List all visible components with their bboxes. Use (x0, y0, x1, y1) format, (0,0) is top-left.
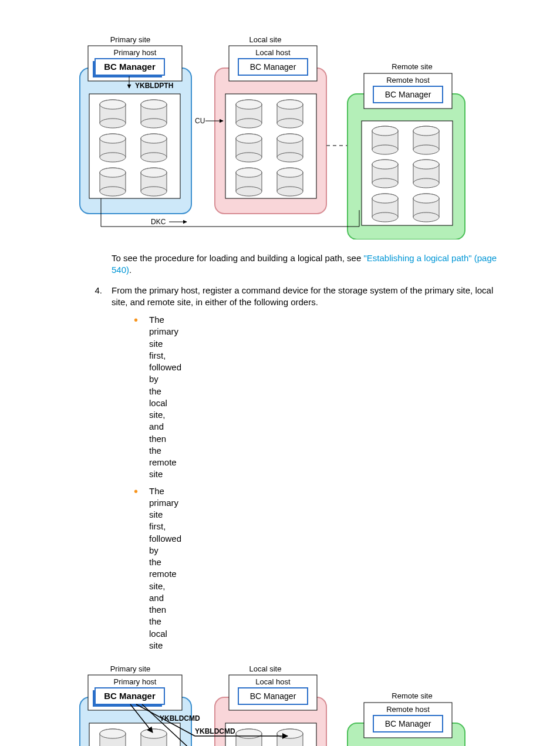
step-4-bullets: The primary site first, followed by the … (134, 314, 507, 652)
step-4: 4. From the primary host, register a com… (88, 285, 507, 658)
step-4-text: From the primary host, register a comman… (112, 285, 493, 307)
ykbldpth-label: YKBLDPTH (135, 82, 173, 90)
cu-label: CU (195, 117, 205, 125)
step-list: 4. From the primary host, register a com… (88, 285, 507, 658)
local-site-label: Local site (249, 35, 282, 44)
svg-text:BC Manager: BC Manager (385, 719, 431, 728)
diagram-1-svg: Primary site Primary host BC Manager YKB… (77, 34, 483, 239)
primary-host-label: Primary host (114, 48, 157, 57)
remote-site-label: Remote site (392, 62, 432, 71)
dkc-label: DKC (151, 218, 166, 226)
para1-prefix: To see the procedure for loading and bui… (112, 253, 363, 263)
paragraph-logical-path: To see the procedure for loading and bui… (112, 252, 507, 276)
svg-text:Local site: Local site (249, 664, 282, 673)
bc-manager-primary: BC Manager (104, 62, 156, 72)
step-4-number: 4. (88, 285, 108, 658)
bullet-2: The primary site first, followed by the … (134, 485, 507, 652)
svg-text:Primary site: Primary site (110, 664, 151, 673)
remote-host-label: Remote host (386, 76, 430, 85)
local-host-label: Local host (255, 48, 291, 57)
svg-text:YKBLDCMD: YKBLDCMD (195, 727, 235, 735)
diagram-1: Primary site Primary host BC Manager YKB… (35, 34, 525, 239)
primary-site-label: Primary site (110, 35, 151, 44)
svg-text:Local host: Local host (255, 677, 291, 686)
svg-text:Primary host: Primary host (114, 677, 157, 686)
para1-suffix: . (129, 265, 131, 275)
bc-manager-local: BC Manager (250, 62, 296, 72)
svg-text:BC Manager: BC Manager (250, 691, 296, 701)
diagram-2: Primary site Primary host BC Manager CD … (35, 663, 525, 746)
bullet-1: The primary site first, followed by the … (134, 314, 507, 481)
svg-text:YKBLDCMD: YKBLDCMD (160, 714, 200, 723)
svg-text:Remote site: Remote site (392, 691, 432, 700)
svg-text:BC Manager: BC Manager (104, 691, 156, 701)
svg-text:Remote host: Remote host (386, 705, 430, 714)
bc-manager-remote: BC Manager (385, 90, 431, 99)
diagram-2-svg: Primary site Primary host BC Manager CD … (77, 663, 483, 746)
